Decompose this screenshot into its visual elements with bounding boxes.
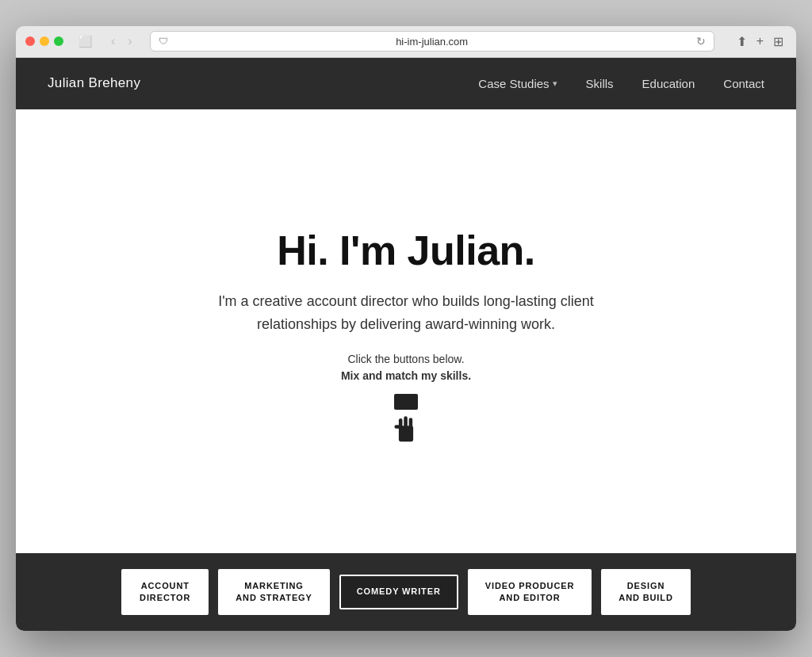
forward-button[interactable]: › (123, 32, 136, 50)
hero-title: Hi. I'm Julian. (277, 227, 535, 274)
nav-skills[interactable]: Skills (586, 77, 614, 90)
hand-icon-container (390, 394, 422, 451)
skill-design-build[interactable]: DESIGNAND BUILD (601, 569, 690, 616)
maximize-button[interactable] (54, 36, 63, 46)
browser-titlebar: ⬜ ‹ › 🛡 ↻ ⬆ + ⊞ (16, 26, 796, 58)
minimize-button[interactable] (40, 36, 49, 46)
refresh-button[interactable]: ↻ (696, 35, 706, 48)
grid-button[interactable]: ⊞ (770, 32, 787, 51)
svg-rect-3 (409, 418, 413, 430)
browser-actions: ⬆ + ⊞ (733, 32, 787, 51)
dropdown-arrow-icon: ▾ (553, 78, 557, 89)
new-tab-button[interactable]: + (753, 32, 767, 51)
hand-pointing-icon (390, 411, 422, 451)
address-bar[interactable] (174, 36, 690, 48)
security-icon: 🛡 (159, 36, 168, 47)
website-content: Julian Breheny Case Studies ▾ Skills Edu… (16, 58, 796, 632)
cta-text: Click the buttons below. Mix and match m… (341, 351, 471, 384)
traffic-lights (25, 36, 63, 46)
skill-account-director[interactable]: ACCOUNTDIRECTOR (121, 569, 209, 616)
bottom-bar: ACCOUNTDIRECTOR MARKETINGAND STRATEGY CO… (16, 553, 796, 632)
cta-section: Click the buttons below. Mix and match m… (341, 335, 471, 451)
share-button[interactable]: ⬆ (733, 32, 750, 51)
address-bar-container[interactable]: 🛡 ↻ (150, 31, 714, 52)
skill-comedy-writer[interactable]: COMEDY WRITER (339, 575, 458, 609)
hero-subtitle: I'm a creative account director who buil… (216, 290, 596, 336)
browser-window: ⬜ ‹ › 🛡 ↻ ⬆ + ⊞ Julian Breheny Case Stud… (16, 26, 796, 632)
site-navigation: Julian Breheny Case Studies ▾ Skills Edu… (16, 58, 796, 109)
skill-video-producer[interactable]: VIDEO PRODUCERAND EDITOR (468, 569, 592, 616)
nav-case-studies[interactable]: Case Studies ▾ (478, 77, 557, 90)
nav-links: Case Studies ▾ Skills Education Contact (478, 77, 764, 90)
nav-contact[interactable]: Contact (723, 77, 764, 90)
back-button[interactable]: ‹ (106, 32, 120, 50)
site-logo[interactable]: Julian Breheny (48, 75, 140, 91)
skill-marketing-strategy[interactable]: MARKETINGAND STRATEGY (218, 569, 330, 616)
nav-education[interactable]: Education (642, 77, 695, 90)
svg-rect-2 (404, 417, 408, 429)
close-button[interactable] (25, 36, 35, 46)
hero-section: Hi. I'm Julian. I'm a creative account d… (16, 109, 796, 553)
browser-controls: ⬜ (76, 32, 94, 50)
svg-rect-4 (394, 426, 400, 430)
browser-navigation: ‹ › (106, 32, 137, 50)
sidebar-toggle-button[interactable]: ⬜ (76, 32, 94, 50)
card-indicator (394, 394, 418, 410)
